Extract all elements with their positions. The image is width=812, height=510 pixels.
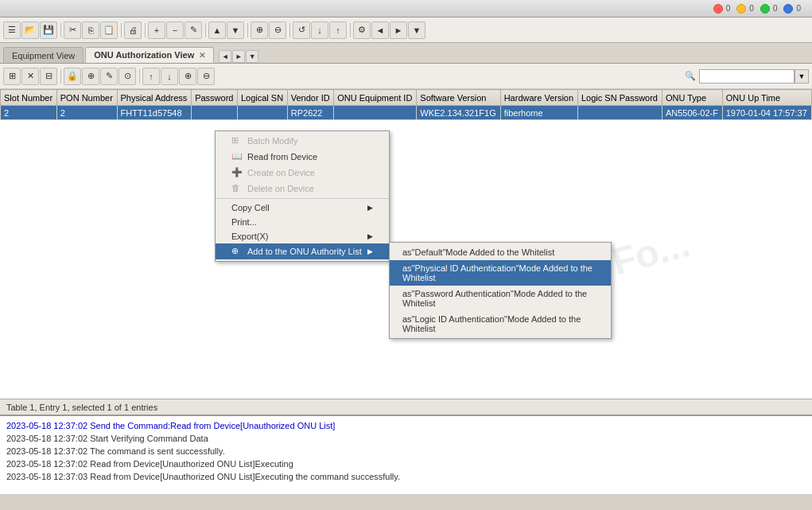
search-input[interactable] [699, 69, 795, 84]
context-menu: ⊞ Batch Modify 📖 Read from Device ➕ Crea… [215, 130, 390, 262]
toolbar-down-btn[interactable]: ▼ [227, 21, 244, 39]
tb2-sep2 [139, 69, 140, 84]
menu-add-authority[interactable]: ⊕ Add to the ONU Authority List ▶ as"Def… [216, 243, 389, 259]
authority-arrow-icon: ▶ [367, 247, 373, 255]
cell-logical [237, 106, 287, 120]
tab-prev-btn[interactable]: ◄ [219, 50, 231, 63]
tab-equipment-view[interactable]: Equipment View [3, 47, 84, 63]
cell-vendor: RP2622 [287, 106, 333, 120]
tb2-btn4[interactable]: 🔒 [64, 68, 81, 85]
submenu-default[interactable]: as"Default"Mode Added to the Whitelist [390, 244, 611, 260]
tab-nav-group: ◄ ► ▼ [219, 50, 259, 63]
toolbar-nav-menu[interactable]: ▼ [408, 21, 425, 39]
menu-delete-device[interactable]: 🗑 Delete on Device [216, 181, 389, 197]
toolbar-print-btn[interactable]: 🖨 [124, 21, 142, 39]
submenu-logic-id[interactable]: as"Logic ID Authentication"Mode Added to… [390, 311, 611, 337]
col-logicsn: Logic SN Password [577, 90, 662, 106]
title-bar: 0 0 0 0 [0, 0, 812, 18]
tab-menu-btn[interactable]: ▼ [246, 50, 258, 63]
submenu-default-label: as"Default"Mode Added to the Whitelist [402, 247, 554, 257]
log-line-3: 2023-05-18 12:37:02 The command is sent … [6, 445, 806, 457]
tab-close-icon[interactable]: ✕ [199, 51, 205, 60]
tab-onu-auth[interactable]: ONU Authorization View ✕ [85, 47, 214, 63]
menu-print[interactable]: Print... [216, 215, 389, 229]
toolbar-paste-btn[interactable]: 📋 [100, 21, 118, 39]
col-pon: PON Number [56, 90, 117, 106]
log-line-1[interactable]: 2023-05-18 12:37:02 Send the Command:Rea… [6, 419, 806, 432]
submenu-physical-id[interactable]: as"Physical ID Authentication"Mode Added… [390, 260, 611, 286]
export-arrow-icon: ▶ [367, 232, 373, 240]
tb2-btn8[interactable]: ↑ [142, 68, 160, 85]
toolbar-refresh-btn[interactable]: ↺ [293, 21, 310, 39]
toolbar-new-btn[interactable]: ☰ [3, 21, 21, 39]
extra-button[interactable] [783, 4, 793, 14]
col-slot: Slot Number [1, 90, 57, 106]
toolbar-sep6 [289, 23, 290, 37]
toolbar-delete-btn[interactable]: − [166, 21, 184, 39]
menu-create-device[interactable]: ➕ Create on Device [216, 165, 389, 181]
submenu-authority: as"Default"Mode Added to the Whitelist a… [389, 242, 612, 339]
create-device-icon: ➕ [231, 167, 243, 178]
tab-next-btn[interactable]: ► [232, 50, 245, 63]
toolbar-disconnect-btn[interactable]: ⊖ [269, 21, 286, 39]
toolbar-nav-next[interactable]: ► [390, 21, 407, 39]
col-equip: ONU Equipment ID [334, 90, 417, 106]
tb2-btn9[interactable]: ↓ [161, 68, 178, 85]
tb2-btn2[interactable]: ✕ [21, 68, 39, 85]
tb2-btn3[interactable]: ⊟ [40, 68, 57, 85]
tb2-btn1[interactable]: ⊞ [3, 68, 21, 85]
log-line-5: 2023-05-18 12:37:03 Read from Device[Una… [6, 470, 806, 483]
tb2-btn7[interactable]: ⊙ [118, 68, 136, 85]
tl-green-label: 0 [773, 4, 778, 13]
menu-copy-cell[interactable]: Copy Cell ▶ [216, 200, 389, 215]
tb2-btn10[interactable]: ⊕ [179, 68, 196, 85]
col-physical: Physical Address [117, 90, 192, 106]
tb2-btn6[interactable]: ✎ [100, 68, 118, 85]
col-onutype: ONU Type [662, 90, 722, 106]
toolbar-add-btn[interactable]: + [148, 21, 165, 39]
log-area: 2023-05-18 12:37:02 Send the Command:Rea… [0, 415, 812, 494]
submenu-password[interactable]: as"Password Authentication"Mode Added to… [390, 286, 611, 311]
toolbar-import-btn[interactable]: ↓ [311, 21, 328, 39]
toolbar-edit-btn[interactable]: ✎ [185, 21, 202, 39]
tl-red-label: 0 [726, 4, 731, 13]
toolbar-sep3 [145, 23, 146, 37]
menu-batch-modify[interactable]: ⊞ Batch Modify [216, 133, 389, 149]
menu-create-device-label: Create on Device [247, 168, 315, 177]
cell-logicsn [577, 106, 662, 120]
toolbar-export-btn[interactable]: ↑ [329, 21, 347, 39]
batch-modify-icon: ⊞ [231, 135, 243, 146]
cell-uptime: 1970-01-04 17:57:37 [722, 106, 811, 120]
toolbar-save-btn[interactable]: 💾 [40, 21, 57, 39]
secondary-toolbar: ⊞ ✕ ⊟ 🔒 ⊕ ✎ ⊙ ↑ ↓ ⊕ ⊖ 🔍 ▼ [0, 64, 812, 89]
menu-export[interactable]: Export(X) ▶ [216, 229, 389, 243]
tl-blue-label: 0 [796, 4, 801, 13]
table-container: Slot Number PON Number Physical Address … [0, 89, 812, 399]
toolbar-nav-prev[interactable]: ◄ [371, 21, 389, 39]
submenu-password-label: as"Password Authentication"Mode Added to… [402, 289, 587, 308]
table-row[interactable]: 2 2 FHTT11d57548 RP2622 WKE2.134.321F1G … [1, 106, 812, 120]
toolbar-sep4 [205, 23, 206, 37]
tb2-btn11[interactable]: ⊖ [197, 68, 215, 85]
toolbar-copy-btn[interactable]: ⎘ [82, 21, 99, 39]
search-dropdown-btn[interactable]: ▼ [795, 69, 809, 84]
log-line-2: 2023-05-18 12:37:02 Start Verifying Comm… [6, 432, 806, 445]
submenu-physical-id-label: as"Physical ID Authentication"Mode Added… [402, 263, 592, 282]
zoom-button[interactable] [760, 4, 770, 14]
tb2-btn5[interactable]: ⊕ [82, 68, 99, 85]
search-label: 🔍 [685, 71, 696, 81]
menu-read-device[interactable]: 📖 Read from Device [216, 149, 389, 165]
watermark: Fo... [608, 222, 695, 285]
toolbar-up-btn[interactable]: ▲ [208, 21, 226, 39]
close-button[interactable] [713, 4, 723, 14]
col-hardware: Hardware Version [500, 90, 577, 106]
cell-onutype: AN5506-02-F [662, 106, 722, 120]
cell-hardware: fiberhome [500, 106, 577, 120]
toolbar-config-btn[interactable]: ⚙ [353, 21, 371, 39]
delete-device-icon: 🗑 [231, 183, 243, 194]
minimize-button[interactable] [736, 4, 746, 14]
toolbar-cut-btn[interactable]: ✂ [64, 21, 81, 39]
tab-onu-label: ONU Authorization View [94, 50, 194, 60]
toolbar-open-btn[interactable]: 📂 [21, 21, 39, 39]
toolbar-connect-btn[interactable]: ⊕ [251, 21, 268, 39]
